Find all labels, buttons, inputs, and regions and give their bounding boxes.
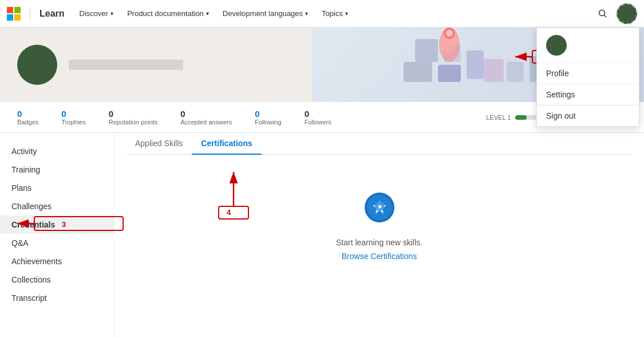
nav-dev-languages-label: Development languages (223, 9, 303, 18)
sidebar: Activity Training Plans Challenges Crede… (0, 133, 114, 337)
profile-name-placeholder (69, 60, 183, 70)
nav-items: Discover ▾ Product documentation ▾ Devel… (74, 6, 594, 21)
dropdown-signout[interactable]: Sign out (537, 105, 639, 126)
sidebar-activity-label: Activity (11, 147, 37, 156)
cert-badge-icon: ★ (362, 189, 397, 231)
stat-following: 0 Following (255, 109, 281, 126)
nav-product-docs[interactable]: Product documentation ▾ (121, 6, 215, 21)
nav-discover[interactable]: Discover ▾ (74, 6, 120, 21)
sidebar-item-qa[interactable]: Q&A (0, 234, 114, 252)
sidebar-item-activity[interactable]: Activity (0, 142, 114, 160)
svg-point-13 (446, 30, 453, 37)
trophies-label: Trophies (61, 119, 85, 126)
reputation-count: 0 (109, 109, 113, 119)
nav-dev-languages-chevron: ▾ (305, 10, 308, 17)
sidebar-item-challenges[interactable]: Challenges (0, 197, 114, 215)
cert-badge-svg: ★ (362, 189, 397, 229)
dropdown-avatar (546, 35, 567, 56)
followers-count: 0 (305, 109, 309, 119)
svg-rect-5 (438, 65, 461, 82)
sidebar-item-collections[interactable]: Collections (0, 271, 114, 289)
svg-line-1 (605, 15, 607, 17)
search-button[interactable] (594, 5, 612, 23)
stat-accepted: 0 Accepted answers (180, 109, 232, 126)
sidebar-transcript-label: Transcript (11, 293, 47, 303)
svg-rect-6 (467, 50, 484, 79)
svg-rect-4 (404, 62, 432, 82)
microsoft-logo (7, 7, 21, 21)
sidebar-item-achievements[interactable]: Achievements (0, 252, 114, 271)
followers-label: Followers (305, 119, 331, 126)
tab-certifications-label: Certifications (201, 139, 252, 148)
trophies-count: 0 (61, 109, 66, 119)
following-label: Following (255, 119, 281, 126)
content-area: Applied Skills Certifications ★ Start le… (114, 133, 644, 337)
dropdown-header (537, 28, 639, 62)
badges-count: 0 (17, 109, 22, 119)
tab-applied-skills[interactable]: Applied Skills (126, 133, 192, 155)
stat-badges: 0 Badges (17, 109, 38, 126)
sidebar-credentials-label: Credentials (11, 220, 55, 229)
dropdown-settings[interactable]: Settings (537, 84, 639, 105)
accepted-count: 0 (180, 109, 185, 119)
nav-topics-label: Topics (322, 9, 343, 18)
logo-area: Learn (7, 7, 65, 21)
svg-rect-7 (484, 59, 504, 82)
following-count: 0 (255, 109, 259, 119)
sidebar-item-credentials[interactable]: Credentials (0, 215, 114, 234)
badges-label: Badges (17, 119, 38, 126)
main-layout: Activity Training Plans Challenges Crede… (0, 133, 644, 337)
accepted-label: Accepted answers (180, 119, 232, 126)
stat-trophies: 0 Trophies (61, 109, 85, 126)
sidebar-challenges-label: Challenges (11, 202, 52, 211)
sidebar-item-transcript[interactable]: Transcript (0, 289, 114, 307)
brand-name: Learn (39, 9, 65, 19)
nav-discover-chevron: ▾ (110, 10, 113, 17)
nav-dev-languages[interactable]: Development languages ▾ (217, 6, 314, 21)
navbar: Learn Discover ▾ Product documentation ▾… (0, 0, 644, 28)
sidebar-collections-label: Collections (11, 275, 50, 284)
sidebar-qa-label: Q&A (11, 238, 29, 248)
svg-text:★: ★ (377, 203, 382, 210)
svg-point-0 (599, 10, 605, 15)
browse-certifications-link[interactable]: Browse Certifications (342, 252, 417, 261)
stat-reputation: 0 Reputation points (109, 109, 158, 126)
profile-avatar (17, 45, 57, 85)
certifications-empty-text: Start learning new skills. (336, 238, 422, 247)
tab-applied-skills-label: Applied Skills (135, 139, 183, 148)
svg-rect-2 (415, 39, 438, 62)
stat-followers: 0 Followers (305, 109, 331, 126)
nav-topics[interactable]: Topics ▾ (316, 6, 354, 21)
user-avatar-button[interactable] (617, 3, 637, 24)
nav-topics-chevron: ▾ (345, 10, 348, 17)
svg-rect-8 (507, 62, 524, 82)
reputation-label: Reputation points (109, 119, 158, 126)
nav-discover-label: Discover (80, 9, 109, 18)
search-icon (598, 9, 607, 18)
nav-product-docs-label: Product documentation (127, 9, 204, 18)
xp-bar-fill (515, 115, 527, 120)
level-label: LEVEL 1 (486, 114, 511, 121)
nav-separator (30, 8, 30, 19)
user-dropdown-menu: Profile Settings Sign out (536, 28, 639, 127)
navbar-right (594, 3, 637, 24)
nav-product-docs-chevron: ▾ (206, 10, 209, 17)
tabs: Applied Skills Certifications (126, 133, 633, 155)
sidebar-item-plans[interactable]: Plans (0, 179, 114, 197)
sidebar-plans-label: Plans (11, 183, 31, 193)
sidebar-training-label: Training (11, 165, 40, 174)
sidebar-achievements-label: Achievements (11, 257, 62, 266)
certifications-empty-state: ★ Start learning new skills. Browse Cert… (126, 166, 633, 284)
dropdown-profile[interactable]: Profile (537, 62, 639, 84)
tab-certifications[interactable]: Certifications (192, 133, 261, 155)
sidebar-item-training[interactable]: Training (0, 160, 114, 179)
